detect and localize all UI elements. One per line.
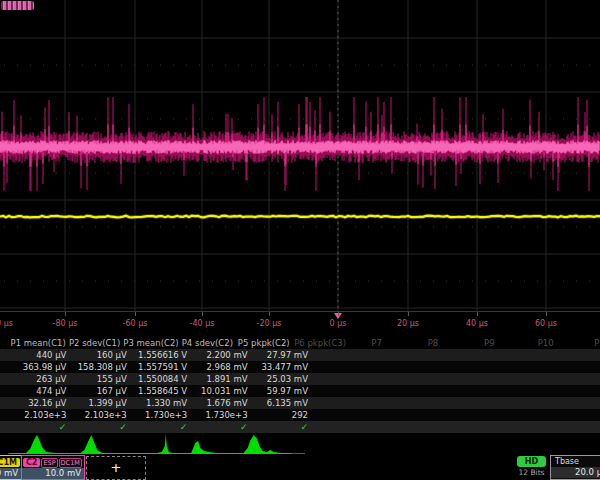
axis-tick <box>477 312 478 316</box>
measure-cell <box>312 397 372 409</box>
measure-cell: 167 µV <box>70 385 130 397</box>
timebase-descriptor[interactable]: Tbase 20.0 µs <box>550 455 600 480</box>
axis-tick <box>546 312 547 316</box>
status-check-icon <box>554 421 600 433</box>
measure-cell <box>312 361 372 373</box>
measure-header-P5[interactable]: P5 pkpk(C2) <box>236 337 292 349</box>
measure-cell: 1.730e+3 <box>131 409 191 421</box>
measure-cell: 32.16 µV <box>10 397 70 409</box>
timebase-label: Tbase <box>551 456 600 467</box>
measure-header-P8[interactable]: P8 <box>405 337 461 349</box>
add-trace-button[interactable]: + <box>86 456 146 480</box>
measure-cell <box>433 409 493 421</box>
measure-cell: 263 µV <box>10 373 70 385</box>
measure-cell <box>312 409 372 421</box>
measure-header-P7[interactable]: P7 <box>348 337 404 349</box>
measure-cell: 6.135 mV <box>252 397 312 409</box>
measure-cell: 10.031 mV <box>191 385 251 397</box>
status-check-icon: ✓ <box>10 421 70 433</box>
measure-cell <box>493 349 553 361</box>
measure-cell: 33.477 mV <box>252 361 312 373</box>
c2-esp-badge: ESP <box>41 458 57 468</box>
status-check-icon <box>312 421 372 433</box>
measure-cell <box>372 385 432 397</box>
measure-cell <box>433 397 493 409</box>
channel-c1-descriptor[interactable]: DC1M 10.0 mV <box>0 455 22 480</box>
measurement-table: P1 mean(C1)P2 sdev(C1)P3 mean(C2)P4 sdev… <box>0 337 600 433</box>
measure-cell <box>554 397 600 409</box>
axis-tick-label: 40 µs <box>466 319 488 328</box>
measure-cell <box>372 349 432 361</box>
measure-cell: 2.103e+3 <box>10 409 70 421</box>
timebase-value: 20.0 µs <box>551 467 600 478</box>
measure-cell: 1.558645 V <box>131 385 191 397</box>
axis-tick-label: 0 µs <box>330 319 347 328</box>
measure-cell <box>372 373 432 385</box>
axis-tick <box>338 312 339 316</box>
axis-tick-label: 20 µs <box>397 319 419 328</box>
measure-header-P9[interactable]: P9 <box>461 337 517 349</box>
measure-cell: 1.330 mV <box>131 397 191 409</box>
axis-tick-label: -40 µs <box>190 319 215 328</box>
axis-tick-label: -80 µs <box>53 319 78 328</box>
measure-header-P1[interactable]: P1 mean(C1) <box>10 337 66 349</box>
measure-header-P2[interactable]: P2 sdev(C1) <box>66 337 122 349</box>
measure-cell <box>554 373 600 385</box>
status-check-icon: ✓ <box>252 421 312 433</box>
top-left-pink-badge <box>1 1 34 10</box>
measure-header-P6[interactable]: P6 pkpk(C3) <box>292 337 348 349</box>
measure-cell: 474 µV <box>10 385 70 397</box>
measure-cell: 1.556616 V <box>131 349 191 361</box>
status-check-icon: ✓ <box>191 421 251 433</box>
axis-tick-label: 60 µs <box>535 319 557 328</box>
measure-cell: 155 µV <box>70 373 130 385</box>
axis-tick-label: -100 µs <box>0 319 13 328</box>
measure-cell <box>433 385 493 397</box>
measure-header-P11[interactable]: P11 <box>574 337 600 349</box>
measure-cell <box>493 361 553 373</box>
measure-cell: 440 µV <box>10 349 70 361</box>
measure-header-P3[interactable]: P3 mean(C2) <box>123 337 179 349</box>
waveform-grid <box>0 0 600 312</box>
measure-cell <box>433 373 493 385</box>
measure-cell: 1.550084 V <box>131 373 191 385</box>
measure-cell <box>493 385 553 397</box>
measure-header-P10[interactable]: P10 <box>518 337 574 349</box>
measure-cell: 158.308 µV <box>70 361 130 373</box>
measure-cell: 363.98 µV <box>10 361 70 373</box>
measure-cell <box>312 349 372 361</box>
axis-tick <box>65 312 66 316</box>
axis-tick-label: -60 µs <box>123 319 148 328</box>
measure-cell <box>554 361 600 373</box>
measure-cell: 27.97 mV <box>252 349 312 361</box>
measure-cell: 2.968 mV <box>191 361 251 373</box>
hd-bits-label: 12 Bits <box>511 468 552 477</box>
measure-cell <box>433 349 493 361</box>
measure-cell <box>372 397 432 409</box>
c1-scale-value: 10.0 mV <box>0 468 21 479</box>
measure-header-P4[interactable]: P4 sdev(C2) <box>179 337 235 349</box>
hd-mode-badge[interactable]: HD <box>517 456 546 467</box>
measure-cell: 59.97 mV <box>252 385 312 397</box>
measure-cell: 1.399 µV <box>70 397 130 409</box>
axis-tick-label: -20 µs <box>257 319 282 328</box>
measure-cell <box>493 373 553 385</box>
measure-cell: 2.200 mV <box>191 349 251 361</box>
status-check-icon: ✓ <box>70 421 130 433</box>
measure-cell: 1.730e+3 <box>191 409 251 421</box>
measure-cell <box>433 361 493 373</box>
c1-coupling-badge: DC1M <box>0 458 20 467</box>
measure-cell <box>312 373 372 385</box>
measure-cell: 2.103e+3 <box>70 409 130 421</box>
c2-scale-value: 10.0 mV <box>22 468 84 479</box>
c2-coupling-badge: DC1M <box>59 458 82 468</box>
measure-cell <box>372 409 432 421</box>
axis-tick <box>269 312 270 316</box>
measure-cell: 1.676 mV <box>191 397 251 409</box>
oscilloscope-screen: -100 µs-80 µs-60 µs-40 µs-20 µs0 µs20 µs… <box>0 0 600 480</box>
measure-cell: 1.557591 V <box>131 361 191 373</box>
timebase-axis: -100 µs-80 µs-60 µs-40 µs-20 µs0 µs20 µs… <box>0 311 600 338</box>
channel-c2-descriptor[interactable]: C2 ESP DC1M 10.0 mV <box>21 455 85 480</box>
status-check-icon <box>372 421 432 433</box>
measure-cell: 160 µV <box>70 349 130 361</box>
